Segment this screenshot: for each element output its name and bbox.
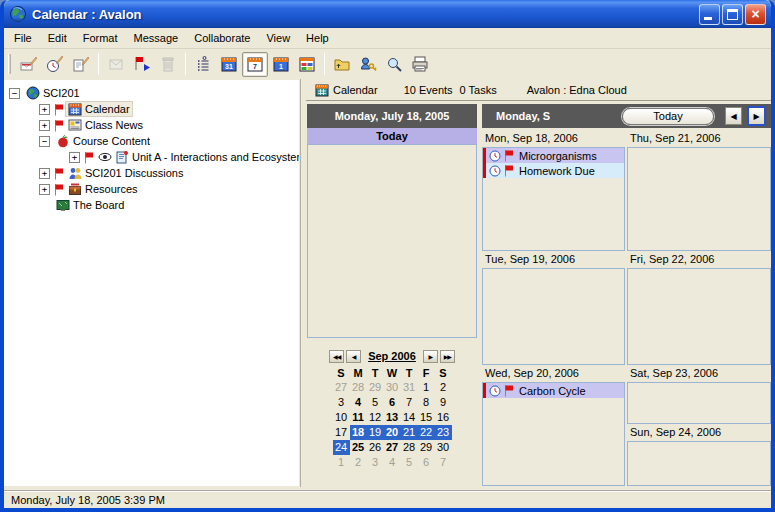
date-cell[interactable]: 13 bbox=[384, 410, 401, 425]
date-cell[interactable]: 17 bbox=[333, 425, 350, 440]
date-cell[interactable]: 1 bbox=[418, 380, 435, 395]
date-cell[interactable]: 6 bbox=[418, 455, 435, 470]
tree-expander-plus-icon[interactable]: + bbox=[39, 104, 50, 115]
date-cell[interactable]: 27 bbox=[333, 380, 350, 395]
menu-item-format[interactable]: Format bbox=[75, 29, 126, 47]
tree-expander-minus-icon[interactable]: − bbox=[9, 88, 20, 99]
day-view-button[interactable]: 1 bbox=[268, 52, 294, 77]
date-cell[interactable]: 18 bbox=[350, 425, 367, 440]
maximize-button[interactable] bbox=[722, 4, 743, 25]
date-cell[interactable]: 4 bbox=[350, 395, 367, 410]
date-cell[interactable]: 2 bbox=[435, 380, 452, 395]
search-button[interactable] bbox=[381, 52, 407, 77]
prev-year-button[interactable]: ◀◀ bbox=[329, 350, 344, 363]
event-item[interactable]: Homework Due bbox=[483, 163, 624, 178]
date-cell[interactable]: 30 bbox=[384, 380, 401, 395]
day-cell[interactable] bbox=[627, 147, 771, 251]
day-panel-body[interactable] bbox=[307, 144, 477, 338]
new-task-button[interactable] bbox=[42, 52, 68, 77]
day-cell[interactable] bbox=[627, 382, 771, 424]
open-item-button[interactable] bbox=[103, 52, 129, 77]
date-cell[interactable]: 22 bbox=[418, 425, 435, 440]
date-cell[interactable]: 3 bbox=[367, 455, 384, 470]
date-cell[interactable]: 28 bbox=[350, 380, 367, 395]
date-cell[interactable]: 28 bbox=[401, 440, 418, 455]
date-cell[interactable]: 19 bbox=[367, 425, 384, 440]
menu-item-view[interactable]: View bbox=[258, 29, 298, 47]
prev-week-button[interactable]: ◀ bbox=[725, 107, 742, 125]
tree-expander-plus-icon[interactable]: + bbox=[39, 168, 50, 179]
print-button[interactable] bbox=[407, 52, 433, 77]
panel-splitter[interactable] bbox=[300, 79, 306, 487]
folder-up-button[interactable] bbox=[329, 52, 355, 77]
prev-month-button[interactable]: ◀ bbox=[346, 350, 361, 363]
next-week-button[interactable]: ▶ bbox=[748, 107, 765, 125]
tree-expander-minus-icon[interactable]: − bbox=[39, 136, 50, 147]
date-cell[interactable]: 11 bbox=[350, 410, 367, 425]
list-view-button[interactable] bbox=[190, 52, 216, 77]
tree-item-the-board[interactable]: The Board bbox=[4, 197, 299, 213]
event-item[interactable]: Microorganisms bbox=[483, 148, 624, 163]
date-cell[interactable]: 21 bbox=[401, 425, 418, 440]
date-cell[interactable]: 29 bbox=[418, 440, 435, 455]
today-button[interactable]: Today bbox=[622, 108, 714, 125]
date-cell[interactable]: 5 bbox=[401, 455, 418, 470]
delete-button[interactable] bbox=[155, 52, 181, 77]
event-item[interactable]: Carbon Cycle bbox=[483, 383, 624, 398]
date-cell[interactable]: 25 bbox=[350, 440, 367, 455]
date-cell[interactable]: 9 bbox=[435, 395, 452, 410]
date-cell[interactable]: 8 bbox=[418, 395, 435, 410]
date-cell[interactable]: 31 bbox=[401, 380, 418, 395]
mini-month-label[interactable]: Sep 2006 bbox=[368, 350, 416, 362]
date-cell[interactable]: 4 bbox=[384, 455, 401, 470]
date-cell[interactable]: 10 bbox=[333, 410, 350, 425]
tree-expander-plus-icon[interactable]: + bbox=[39, 184, 50, 195]
tree-expander-plus-icon[interactable]: + bbox=[39, 120, 50, 131]
tree-item-course-content[interactable]: −Course Content bbox=[4, 133, 299, 149]
date-cell[interactable]: 29 bbox=[367, 380, 384, 395]
date-cell[interactable]: 24 bbox=[333, 440, 350, 455]
tree-item-sci201-discussions[interactable]: +SCI201 Discussions bbox=[4, 165, 299, 181]
date-cell[interactable]: 15 bbox=[418, 410, 435, 425]
date-cell[interactable]: 27 bbox=[384, 440, 401, 455]
menu-item-message[interactable]: Message bbox=[126, 29, 187, 47]
menu-item-file[interactable]: File bbox=[6, 29, 40, 47]
tree-item-calendar[interactable]: +Calendar bbox=[4, 101, 299, 117]
date-cell[interactable]: 5 bbox=[367, 395, 384, 410]
tree-item-class-news[interactable]: +Class News bbox=[4, 117, 299, 133]
date-cell[interactable]: 23 bbox=[435, 425, 452, 440]
next-month-button[interactable]: ▶ bbox=[423, 350, 438, 363]
menu-item-edit[interactable]: Edit bbox=[40, 29, 75, 47]
day-cell[interactable] bbox=[627, 268, 771, 365]
tree-item-unit-a-interactions-and-ecosystems[interactable]: +Unit A - Interactions and Ecosystems bbox=[4, 149, 299, 165]
flag-button[interactable] bbox=[129, 52, 155, 77]
menu-item-help[interactable]: Help bbox=[298, 29, 337, 47]
date-cell[interactable]: 2 bbox=[350, 455, 367, 470]
date-cell[interactable]: 14 bbox=[401, 410, 418, 425]
day-cell[interactable]: Carbon Cycle bbox=[482, 382, 625, 486]
date-cell[interactable]: 6 bbox=[384, 395, 401, 410]
date-cell[interactable]: 1 bbox=[333, 455, 350, 470]
date-cell[interactable]: 26 bbox=[367, 440, 384, 455]
tree-item-resources[interactable]: +Resources bbox=[4, 181, 299, 197]
date-cell[interactable]: 3 bbox=[333, 395, 350, 410]
date-cell[interactable]: 16 bbox=[435, 410, 452, 425]
toolbar-grip[interactable] bbox=[8, 54, 11, 74]
new-note-button[interactable] bbox=[68, 52, 94, 77]
today-banner[interactable]: Today bbox=[307, 128, 477, 144]
date-cell[interactable]: 20 bbox=[384, 425, 401, 440]
tree-item-sci201[interactable]: −SCI201 bbox=[4, 85, 299, 101]
close-button[interactable]: × bbox=[745, 4, 766, 25]
date-cell[interactable]: 12 bbox=[367, 410, 384, 425]
permissions-button[interactable] bbox=[355, 52, 381, 77]
week-view-button[interactable]: 7 bbox=[242, 52, 268, 77]
date-cell[interactable]: 7 bbox=[401, 395, 418, 410]
day-cell[interactable]: MicroorganismsHomework Due bbox=[482, 147, 625, 251]
date-cell[interactable]: 7 bbox=[435, 455, 452, 470]
day-cell[interactable] bbox=[482, 268, 625, 365]
minimize-button[interactable] bbox=[699, 4, 720, 25]
month-view-button[interactable]: 31 bbox=[216, 52, 242, 77]
menu-item-collaborate[interactable]: Collaborate bbox=[186, 29, 258, 47]
date-cell[interactable]: 30 bbox=[435, 440, 452, 455]
next-year-button[interactable]: ▶▶ bbox=[440, 350, 455, 363]
